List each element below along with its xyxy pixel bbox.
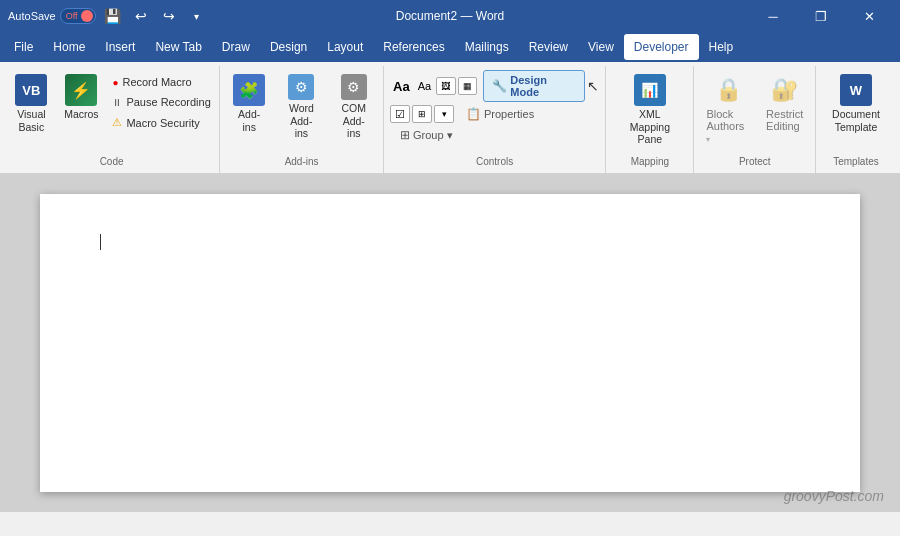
controls-row3: ⊞ Group ▾ xyxy=(390,126,459,144)
autosave-label: AutoSave xyxy=(8,10,56,22)
com-add-ins-icon: ⚙ xyxy=(341,74,367,100)
design-mode-button[interactable]: 🔧 Design Mode xyxy=(483,70,585,102)
templates-group-content: W DocumentTemplate xyxy=(826,70,886,154)
visual-basic-button[interactable]: VB VisualBasic xyxy=(8,70,54,137)
autosave-toggle[interactable]: AutoSave Off xyxy=(8,8,96,24)
menu-item-home[interactable]: Home xyxy=(43,34,95,60)
record-macro-button[interactable]: ● Record Macro xyxy=(108,74,214,90)
dropdown-ctrl-icon[interactable]: ▾ xyxy=(434,105,454,123)
close-button[interactable]: ✕ xyxy=(846,0,892,32)
design-mode-label: Design Mode xyxy=(510,74,576,98)
menu-item-review[interactable]: Review xyxy=(519,34,578,60)
word-add-ins-icon: ⚙ xyxy=(288,74,314,100)
controls-row2: ☑ ⊞ ▾ 📋 Properties xyxy=(390,105,540,123)
undo-button[interactable]: ↩ xyxy=(130,5,152,27)
add-ins-icon: 🧩 xyxy=(233,74,265,106)
record-icon: ● xyxy=(112,77,118,88)
controls-group-content: Aa Aa 🖼 ▦ 🔧 Design Mode ↖ ☑ ⊞ ▾ xyxy=(390,70,599,154)
macros-icon: ⚡ xyxy=(65,74,97,106)
properties-label: Properties xyxy=(484,108,534,120)
properties-area: 📋 Properties xyxy=(460,105,540,123)
protect-group-label: Protect xyxy=(700,154,809,169)
pause-recording-label: Pause Recording xyxy=(126,96,210,108)
group-label: Group ▾ xyxy=(413,129,453,142)
image-ctrl-icon[interactable]: 🖼 xyxy=(436,77,456,95)
block-authors-button[interactable]: 🔒 BlockAuthors ▾ xyxy=(700,70,756,148)
redo-button[interactable]: ↪ xyxy=(158,5,180,27)
toggle-knob xyxy=(81,10,93,22)
menu-item-references[interactable]: References xyxy=(373,34,454,60)
restore-button[interactable]: ❐ xyxy=(798,0,844,32)
group-button[interactable]: ⊞ Group ▾ xyxy=(394,126,459,144)
ribbon-group-add-ins: 🧩 Add-ins ⚙ WordAdd-ins ⚙ COMAdd-ins Add… xyxy=(220,66,384,173)
menu-item-help[interactable]: Help xyxy=(699,34,744,60)
document-template-button[interactable]: W DocumentTemplate xyxy=(826,70,886,137)
ribbon-group-code: VB VisualBasic ⚡ Macros ● Record Macro ⏸… xyxy=(4,66,220,173)
word-add-ins-button[interactable]: ⚙ WordAdd-ins xyxy=(278,70,324,144)
menu-item-layout[interactable]: Layout xyxy=(317,34,373,60)
title-bar: AutoSave Off 💾 ↩ ↪ ▾ Document2 — Word ─ … xyxy=(0,0,900,32)
ribbon-group-mapping: 📊 XML MappingPane Mapping xyxy=(606,66,694,173)
combo-ctrl-icon[interactable]: ▦ xyxy=(458,77,478,95)
restrict-editing-button[interactable]: 🔐 RestrictEditing xyxy=(760,70,809,136)
com-add-ins-button[interactable]: ⚙ COMAdd-ins xyxy=(331,70,377,144)
design-mode-icon: 🔧 xyxy=(492,79,507,93)
menu-item-new-tab[interactable]: New Tab xyxy=(145,34,211,60)
templates-group-label: Templates xyxy=(822,154,890,169)
properties-icon: 📋 xyxy=(466,107,481,121)
table-ctrl-icon[interactable]: ⊞ xyxy=(412,105,432,123)
menu-item-insert[interactable]: Insert xyxy=(95,34,145,60)
group-area: ⊞ Group ▾ xyxy=(394,126,459,144)
design-mode-area: 🔧 Design Mode ↖ xyxy=(483,70,599,102)
checkbox-ctrl-icon[interactable]: ☑ xyxy=(390,105,410,123)
add-ins-group-content: 🧩 Add-ins ⚙ WordAdd-ins ⚙ COMAdd-ins xyxy=(226,70,377,154)
customize-qat-button[interactable]: ▾ xyxy=(186,5,208,27)
document-page[interactable] xyxy=(40,194,860,492)
pause-icon: ⏸ xyxy=(112,97,122,108)
mapping-group-content: 📊 XML MappingPane xyxy=(612,70,687,154)
menu-item-view[interactable]: View xyxy=(578,34,624,60)
add-ins-button[interactable]: 🧩 Add-ins xyxy=(226,70,272,137)
ribbon-group-protect: 🔒 BlockAuthors ▾ 🔐 RestrictEditing Prote… xyxy=(694,66,816,173)
document-title: Document2 — Word xyxy=(303,9,598,23)
autosave-state: Off xyxy=(66,11,78,21)
autosave-pill[interactable]: Off xyxy=(60,8,96,24)
minimize-button[interactable]: ─ xyxy=(750,0,796,32)
xml-mapping-icon: 📊 xyxy=(634,74,666,106)
menu-bar: File Home Insert New Tab Draw Design Lay… xyxy=(0,32,900,62)
xml-mapping-pane-button[interactable]: 📊 XML MappingPane xyxy=(612,70,687,150)
document-template-icon: W xyxy=(840,74,872,106)
warning-icon: ⚠ xyxy=(112,116,122,129)
pause-recording-button[interactable]: ⏸ Pause Recording xyxy=(108,94,214,110)
menu-item-developer[interactable]: Developer xyxy=(624,34,699,60)
properties-button[interactable]: 📋 Properties xyxy=(460,105,540,123)
block-authors-label: BlockAuthors ▾ xyxy=(706,108,750,144)
menu-item-design[interactable]: Design xyxy=(260,34,317,60)
document-template-label: DocumentTemplate xyxy=(832,108,880,133)
text-size-small-btn[interactable]: Aa xyxy=(415,79,434,93)
menu-item-mailings[interactable]: Mailings xyxy=(455,34,519,60)
com-add-ins-label: COMAdd-ins xyxy=(337,102,371,140)
menu-item-file[interactable]: File xyxy=(4,34,43,60)
code-group-label: Code xyxy=(10,154,213,169)
macros-button[interactable]: ⚡ Macros xyxy=(58,70,104,125)
controls-group-label: Controls xyxy=(390,154,599,169)
code-group-content: VB VisualBasic ⚡ Macros ● Record Macro ⏸… xyxy=(8,70,214,154)
record-macro-label: Record Macro xyxy=(122,76,191,88)
menu-item-draw[interactable]: Draw xyxy=(212,34,260,60)
word-add-ins-label: WordAdd-ins xyxy=(284,102,318,140)
restrict-editing-icon: 🔐 xyxy=(769,74,801,106)
macro-security-label: Macro Security xyxy=(126,117,199,129)
macro-security-button[interactable]: ⚠ Macro Security xyxy=(108,114,214,131)
controls-row1: Aa Aa 🖼 ▦ 🔧 Design Mode ↖ xyxy=(390,70,599,102)
groovy-watermark: groovyPost.com xyxy=(784,488,884,504)
vb-label: VisualBasic xyxy=(17,108,45,133)
text-size-large-btn[interactable]: Aa xyxy=(390,78,413,95)
document-area[interactable]: groovyPost.com xyxy=(0,174,900,512)
macros-col: ● Record Macro ⏸ Pause Recording ⚠ Macro… xyxy=(108,70,214,131)
title-bar-right: ─ ❐ ✕ xyxy=(597,0,892,32)
save-button[interactable]: 💾 xyxy=(102,5,124,27)
text-cursor xyxy=(100,234,101,250)
cursor-pointer-icon: ↖ xyxy=(587,78,599,94)
macros-label: Macros xyxy=(64,108,98,121)
